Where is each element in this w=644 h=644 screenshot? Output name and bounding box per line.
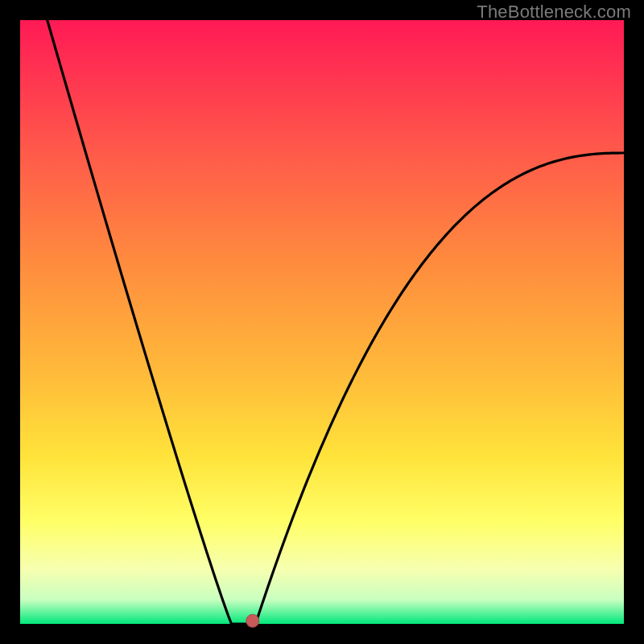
watermark-label: TheBottleneck.com	[477, 2, 631, 23]
chart-frame: TheBottleneck.com	[0, 0, 644, 644]
bottleneck-chart	[0, 0, 644, 644]
minimum-marker	[246, 614, 259, 627]
plot-background	[20, 20, 624, 624]
